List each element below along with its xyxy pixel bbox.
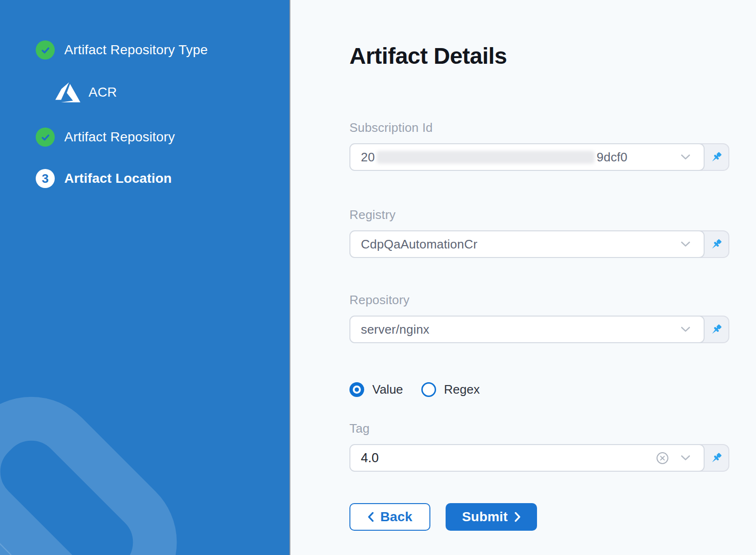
step-label: Artifact Repository Type (64, 42, 208, 58)
wizard-sidebar: Artifact Repository Type ACR Artifact Re… (0, 0, 290, 555)
subscription-id-group: Subscription Id 20 9dcf0 (349, 120, 729, 171)
pin-button[interactable] (704, 317, 728, 342)
submit-button[interactable]: Submit (446, 503, 537, 531)
registry-value: CdpQaAutomationCr (361, 237, 477, 252)
step-complete-check-icon (36, 40, 55, 59)
chevron-down-icon[interactable] (681, 241, 693, 247)
selected-repo-type: ACR (55, 82, 117, 103)
tag-label: Tag (349, 421, 729, 436)
registry-select[interactable]: CdpQaAutomationCr (349, 230, 729, 258)
tag-value-box[interactable] (349, 444, 705, 472)
submit-button-label: Submit (462, 509, 507, 525)
match-mode-radio-group: Value Regex (349, 382, 480, 397)
chevron-down-icon[interactable] (681, 455, 693, 461)
chevron-down-icon[interactable] (681, 327, 693, 332)
back-button[interactable]: Back (349, 503, 430, 531)
watermark-link-shape (0, 367, 206, 555)
subscription-id-label: Subscription Id (349, 120, 729, 136)
repository-group: Repository server/nginx (349, 292, 729, 343)
step-artifact-repository-type[interactable]: Artifact Repository Type (36, 40, 208, 59)
step-artifact-repository[interactable]: Artifact Repository (36, 128, 175, 147)
repository-value-box[interactable]: server/nginx (349, 316, 705, 343)
repository-value: server/nginx (361, 322, 429, 337)
subscription-id-value-end: 9dcf0 (597, 150, 627, 165)
artifact-details-panel: Artifact Details Subscription Id 20 9dcf… (290, 0, 756, 555)
repository-select[interactable]: server/nginx (349, 316, 729, 343)
clear-icon[interactable] (656, 452, 669, 465)
step-label: Artifact Repository (64, 129, 175, 145)
pin-button[interactable] (704, 445, 728, 471)
azure-icon (55, 82, 80, 102)
step-artifact-location[interactable]: 3 Artifact Location (36, 169, 172, 188)
tag-combobox[interactable] (349, 444, 729, 472)
subscription-id-select[interactable]: 20 9dcf0 (349, 143, 729, 171)
chevron-left-icon (368, 512, 374, 522)
back-button-label: Back (380, 509, 413, 525)
repository-label: Repository (349, 292, 729, 308)
pin-button[interactable] (704, 144, 728, 170)
subscription-id-value-box[interactable]: 20 9dcf0 (349, 143, 705, 171)
chevron-down-icon[interactable] (681, 154, 693, 160)
tag-group: Tag (349, 421, 729, 472)
radio-regex-unselected[interactable] (421, 382, 436, 397)
step-complete-check-icon (36, 128, 55, 147)
subscription-id-value-start: 20 (361, 150, 375, 165)
chevron-right-icon (515, 512, 521, 522)
step-label: Artifact Location (64, 171, 172, 186)
tag-input[interactable] (361, 451, 656, 466)
repo-type-label: ACR (89, 85, 117, 100)
page-title: Artifact Details (349, 44, 507, 69)
radio-value-selected[interactable] (349, 382, 364, 397)
radio-value-label: Value (372, 382, 403, 397)
radio-regex-label: Regex (444, 382, 480, 397)
step-number-badge: 3 (36, 169, 55, 188)
pin-button[interactable] (704, 231, 728, 257)
registry-group: Registry CdpQaAutomationCr (349, 207, 729, 258)
registry-value-box[interactable]: CdpQaAutomationCr (349, 230, 705, 258)
registry-label: Registry (349, 207, 729, 223)
redacted-value-blur (377, 151, 595, 164)
